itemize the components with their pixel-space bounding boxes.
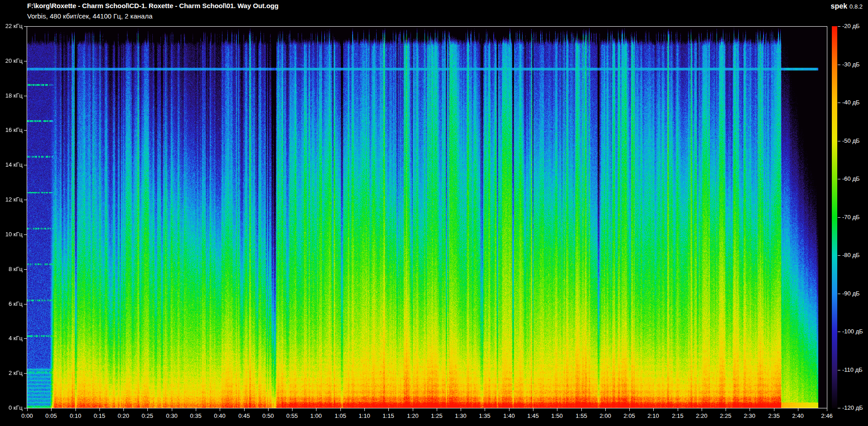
time-tick — [678, 408, 678, 411]
freq-tick-label: 12 кГц — [0, 196, 23, 203]
time-tick-label: 0:55 — [279, 412, 305, 420]
time-tick — [605, 408, 606, 411]
time-tick-label: 1:35 — [472, 412, 497, 420]
time-tick — [461, 408, 461, 411]
time-tick-label: 1:20 — [400, 412, 425, 420]
db-tick — [838, 65, 840, 65]
freq-tick-label: 20 кГц — [0, 57, 23, 65]
time-tick-label: 2:35 — [761, 412, 787, 420]
freq-tick — [24, 408, 27, 408]
time-tick-label: 0:40 — [207, 412, 232, 420]
time-tick-label: 0:30 — [159, 412, 184, 420]
db-tick — [838, 408, 840, 408]
app-name: spek — [831, 2, 847, 10]
freq-tick — [24, 165, 27, 165]
db-tick — [838, 294, 840, 294]
time-tick-label: 0:10 — [63, 412, 88, 420]
freq-tick — [24, 61, 27, 61]
freq-tick — [24, 338, 27, 339]
time-tick-label: 2:00 — [593, 412, 618, 420]
time-tick — [533, 408, 533, 411]
db-tick-label: -120 дБ — [842, 404, 863, 412]
time-tick-label: 1:05 — [328, 412, 353, 420]
freq-tick — [24, 234, 27, 235]
time-tick — [437, 408, 437, 411]
time-tick-label: 1:45 — [520, 412, 546, 420]
time-tick-label: 0:45 — [231, 412, 257, 420]
time-tick-label: 0:15 — [87, 412, 112, 420]
time-tick-label: 2:40 — [785, 412, 811, 420]
db-tick — [838, 179, 840, 179]
time-tick — [653, 408, 654, 411]
db-tick-label: -40 дБ — [842, 99, 860, 106]
db-tick — [838, 141, 840, 141]
freq-tick — [24, 26, 27, 27]
time-tick-label: 0:35 — [183, 412, 208, 420]
app-version: 0.8.2 — [849, 3, 863, 10]
time-tick-label: 2:46 — [814, 412, 840, 420]
time-tick-label: 2:05 — [617, 412, 642, 420]
db-tick-label: -20 дБ — [842, 23, 860, 30]
freq-tick — [24, 373, 27, 374]
time-tick — [196, 408, 196, 411]
db-colorbar — [832, 26, 837, 408]
db-tick — [838, 255, 840, 256]
db-tick — [838, 26, 840, 27]
time-tick — [750, 408, 750, 411]
time-tick-label: 1:40 — [496, 412, 522, 420]
file-path-title: F:\korg\Roxette - Charm School\CD-1. Rox… — [27, 2, 278, 9]
freq-tick-label: 0 кГц — [0, 404, 23, 412]
spectrogram-canvas — [27, 27, 827, 408]
db-tick-label: -70 дБ — [842, 214, 860, 221]
freq-tick-label: 22 кГц — [0, 23, 23, 30]
time-tick-label: 1:15 — [376, 412, 401, 420]
time-tick — [629, 408, 630, 411]
freq-tick — [24, 269, 27, 270]
time-tick — [702, 408, 702, 411]
time-tick — [51, 408, 52, 411]
freq-tick-label: 4 кГц — [0, 335, 23, 342]
time-tick — [27, 408, 28, 411]
db-tick-label: -100 дБ — [842, 328, 863, 335]
freq-tick-label: 8 кГц — [0, 266, 23, 273]
time-tick-label: 2:30 — [737, 412, 762, 420]
time-tick — [827, 408, 827, 411]
db-tick-label: -90 дБ — [842, 290, 860, 297]
freq-tick-label: 16 кГц — [0, 126, 23, 134]
time-tick — [147, 408, 148, 411]
time-tick — [172, 408, 172, 411]
time-tick-label: 1:55 — [569, 412, 594, 420]
time-tick — [388, 408, 389, 411]
spectrogram-plot — [27, 26, 827, 408]
db-tick-label: -60 дБ — [842, 175, 860, 183]
freq-tick-label: 10 кГц — [0, 231, 23, 238]
time-tick — [774, 408, 774, 411]
time-tick — [99, 408, 100, 411]
time-tick — [413, 408, 413, 411]
time-tick — [798, 408, 798, 411]
time-tick-label: 1:10 — [352, 412, 377, 420]
time-tick — [364, 408, 365, 411]
time-tick-label: 1:25 — [424, 412, 449, 420]
time-tick — [244, 408, 245, 411]
time-tick — [509, 408, 509, 411]
time-tick — [726, 408, 726, 411]
time-tick-label: 0:05 — [38, 412, 64, 420]
audio-info: Vorbis, 480 кбит/сек, 44100 Гц, 2 канала — [27, 12, 152, 20]
time-tick-label: 1:30 — [448, 412, 473, 420]
freq-tick — [24, 304, 27, 304]
db-tick-label: -50 дБ — [842, 137, 860, 145]
time-tick-label: 1:00 — [303, 412, 329, 420]
time-tick-label: 0:20 — [111, 412, 136, 420]
app-brand: spek0.8.2 — [831, 2, 863, 10]
freq-tick — [24, 96, 27, 96]
freq-tick-label: 2 кГц — [0, 370, 23, 377]
time-tick — [268, 408, 269, 411]
time-tick — [316, 408, 316, 411]
freq-tick — [24, 130, 27, 131]
db-tick — [838, 103, 840, 103]
spek-window: { "header": { "file_path": "F:\\korg\\Ro… — [0, 0, 868, 426]
time-tick — [292, 408, 292, 411]
freq-tick-label: 6 кГц — [0, 300, 23, 308]
time-tick-label: 0:00 — [14, 412, 40, 420]
